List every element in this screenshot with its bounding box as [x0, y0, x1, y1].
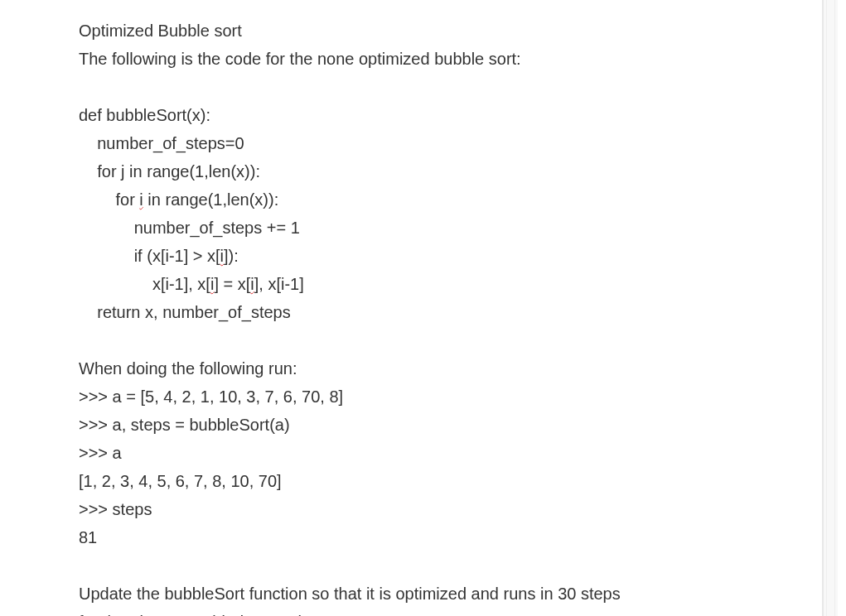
task-text: for the above provided example [79, 608, 846, 616]
task-text: Update the bubbleSort function so that i… [79, 580, 846, 608]
document-body: Optimized Bubble sort The following is t… [79, 17, 846, 616]
repl-output: 81 [79, 523, 846, 551]
vertical-scrollbar[interactable] [823, 0, 838, 616]
code-line: for j in range(1,len(x)): [79, 157, 846, 185]
blank-line [79, 73, 846, 101]
run-intro: When doing the following run: [79, 354, 846, 383]
title: Optimized Bubble sort [79, 17, 846, 45]
code-line: number_of_steps=0 [79, 129, 846, 157]
code-line: number_of_steps += 1 [79, 214, 846, 242]
repl-output: [1, 2, 3, 4, 5, 6, 7, 8, 10, 70] [79, 467, 846, 495]
blank-line [79, 326, 846, 354]
code-line: def bubbleSort(x): [79, 101, 846, 129]
code-line: for i in range(1,len(x)): [79, 185, 846, 214]
repl-line: >>> a, steps = bubbleSort(a) [79, 411, 846, 439]
code-line: if (x[i-1] > x[i]): [79, 242, 846, 270]
blank-line [79, 551, 846, 580]
repl-line: >>> steps [79, 495, 846, 523]
intro-text: The following is the code for the none o… [79, 45, 846, 73]
repl-line: >>> a [79, 439, 846, 467]
repl-line: >>> a = [5, 4, 2, 1, 10, 3, 7, 6, 70, 8] [79, 383, 846, 411]
code-line: return x, number_of_steps [79, 298, 846, 326]
code-line: x[i-1], x[i] = x[i], x[i-1] [79, 270, 846, 298]
